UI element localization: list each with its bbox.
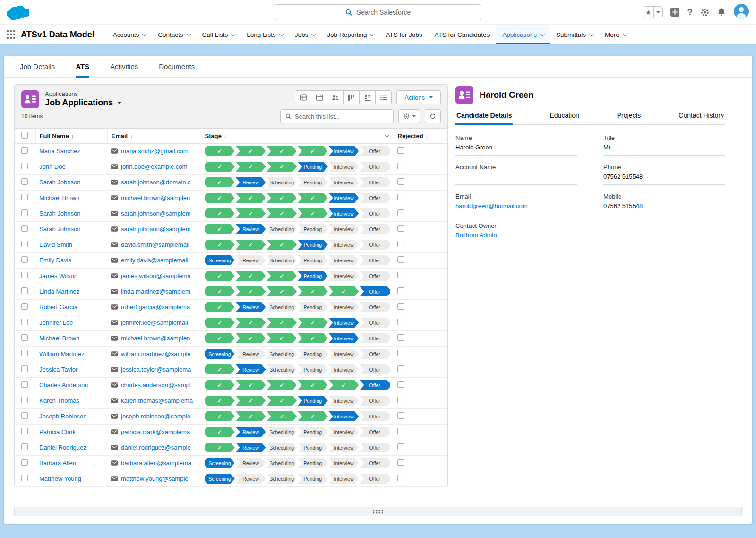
stage-segment-interview[interactable]: Interview bbox=[329, 177, 359, 187]
stage-segment-review[interactable]: ✓ bbox=[236, 208, 266, 218]
full-name-link[interactable]: Matthew Young bbox=[39, 475, 81, 482]
row-checkbox[interactable] bbox=[21, 303, 28, 310]
stage-segment-pending[interactable]: Pending bbox=[298, 474, 328, 484]
feed-view-icon[interactable] bbox=[359, 90, 376, 104]
stage-segment-interview[interactable]: Interview bbox=[329, 240, 359, 250]
stage-segment-scheduling[interactable]: Scheduling bbox=[266, 443, 297, 452]
stage-segment-interview[interactable]: Interview bbox=[329, 146, 359, 156]
stage-segment-scheduling[interactable]: Scheduling bbox=[266, 302, 297, 312]
stage-segment-offer[interactable]: Offer bbox=[360, 146, 390, 156]
stage-segment-scheduling[interactable]: ✓ bbox=[266, 380, 297, 390]
stage-segment-review[interactable]: ✓ bbox=[236, 146, 266, 156]
tab-documents[interactable]: Documents bbox=[159, 56, 195, 77]
rejected-checkbox[interactable] bbox=[397, 428, 404, 434]
stage-segment-pending[interactable]: ✓ bbox=[298, 411, 328, 421]
stage-segment-pending[interactable]: Pending bbox=[298, 364, 328, 374]
stage-segment-interview[interactable]: Interview bbox=[329, 349, 359, 359]
full-name-link[interactable]: Barbara Allen bbox=[39, 460, 76, 467]
full-name-link[interactable]: William Martinez bbox=[39, 350, 84, 357]
stage-segment-offer[interactable]: Offer bbox=[360, 474, 390, 484]
email-link[interactable]: michael.brown@samplen bbox=[121, 194, 190, 201]
email-link[interactable]: karen.thomas@samplema bbox=[121, 397, 193, 404]
stage-segment-screening[interactable]: ✓ bbox=[205, 271, 235, 281]
full-name-link[interactable]: Sarah Johnson bbox=[39, 210, 80, 217]
rejected-checkbox[interactable] bbox=[397, 412, 404, 419]
stage-segment-review[interactable]: ✓ bbox=[236, 286, 266, 296]
stage-segment-offer[interactable]: Offer bbox=[360, 458, 390, 468]
stage-segment-review[interactable]: Review bbox=[236, 349, 266, 359]
stage-segment-screening[interactable]: ✓ bbox=[205, 162, 235, 172]
help-icon[interactable]: ? bbox=[687, 7, 693, 17]
row-checkbox[interactable] bbox=[21, 163, 28, 169]
stage-segment-scheduling[interactable]: Scheduling bbox=[266, 349, 297, 359]
list-view-icon[interactable] bbox=[375, 90, 392, 104]
stage-segment-review[interactable]: ✓ bbox=[236, 271, 266, 281]
tab-ats[interactable]: ATS bbox=[76, 56, 89, 77]
rejected-checkbox[interactable] bbox=[397, 303, 404, 310]
stage-segment-review[interactable]: ✓ bbox=[236, 162, 266, 172]
rejected-checkbox[interactable] bbox=[397, 443, 404, 450]
stage-segment-screening[interactable]: ✓ bbox=[205, 427, 235, 437]
stage-segment-scheduling[interactable]: ✓ bbox=[266, 286, 297, 296]
stage-segment-screening[interactable]: ✓ bbox=[205, 411, 235, 421]
kanban-view-icon[interactable] bbox=[343, 90, 360, 104]
stage-segment-scheduling[interactable]: ✓ bbox=[266, 333, 297, 343]
stage-segment-review[interactable]: ✓ bbox=[236, 411, 266, 421]
stage-segment-scheduling[interactable]: ✓ bbox=[266, 240, 297, 250]
stage-segment-review[interactable]: ✓ bbox=[236, 333, 266, 343]
email-link[interactable]: charles.anderson@sampl bbox=[121, 382, 191, 389]
stage-segment-screening[interactable]: ✓ bbox=[205, 146, 235, 156]
email-link[interactable]: patricia.clark@samplema bbox=[121, 428, 190, 435]
stage-segment-pending[interactable]: ✓ bbox=[298, 333, 328, 343]
rejected-checkbox[interactable] bbox=[397, 459, 404, 466]
rejected-checkbox[interactable] bbox=[397, 241, 404, 247]
full-name-link[interactable]: Sarah Johnson bbox=[39, 226, 80, 233]
stage-segment-pending[interactable]: Pending bbox=[298, 271, 328, 281]
stage-segment-offer[interactable]: Offer bbox=[360, 162, 390, 172]
notifications-bell-icon[interactable] bbox=[717, 8, 726, 17]
nav-item-jobs[interactable]: Jobs bbox=[289, 25, 321, 44]
full-name-link[interactable]: Jennifer Lee bbox=[39, 319, 73, 326]
tab-candidate-details[interactable]: Candidate Details bbox=[455, 112, 513, 124]
rejected-checkbox[interactable] bbox=[397, 381, 404, 388]
stage-segment-review[interactable]: Review bbox=[236, 443, 266, 452]
rejected-checkbox[interactable] bbox=[397, 365, 404, 372]
stage-segment-offer[interactable]: Offer bbox=[360, 286, 390, 296]
stage-segment-offer[interactable]: Offer bbox=[360, 427, 390, 437]
email-link[interactable]: david.smith@samplemail bbox=[121, 241, 189, 248]
tab-activities[interactable]: Activities bbox=[110, 56, 138, 77]
quick-create-icon[interactable] bbox=[670, 8, 679, 17]
stage-segment-offer[interactable]: Offer bbox=[360, 443, 390, 452]
stage-segment-screening[interactable]: Screening bbox=[205, 255, 235, 265]
list-settings-gear-icon[interactable] bbox=[398, 109, 420, 123]
email-link[interactable]: matthew.young@sample bbox=[121, 475, 189, 482]
stage-segment-offer[interactable]: Offer bbox=[360, 240, 390, 250]
table-view-icon[interactable] bbox=[295, 90, 311, 104]
stage-segment-pending[interactable]: Pending bbox=[298, 224, 328, 234]
stage-segment-offer[interactable]: Offer bbox=[360, 349, 390, 359]
stage-segment-pending[interactable]: ✓ bbox=[298, 380, 328, 390]
stage-segment-screening[interactable]: ✓ bbox=[205, 208, 235, 218]
stage-segment-review[interactable]: Review bbox=[236, 364, 266, 374]
stage-segment-screening[interactable]: ✓ bbox=[205, 286, 235, 296]
stage-segment-interview[interactable]: Interview bbox=[329, 443, 359, 452]
stage-segment-screening[interactable]: Screening bbox=[205, 349, 235, 359]
people-view-icon[interactable] bbox=[327, 90, 344, 104]
full-name-link[interactable]: James Wilson bbox=[39, 272, 77, 279]
stage-segment-interview[interactable]: Interview bbox=[329, 193, 359, 203]
row-checkbox[interactable] bbox=[21, 365, 28, 372]
row-checkbox[interactable] bbox=[21, 272, 28, 278]
global-search-input[interactable]: Search Salesforce bbox=[275, 4, 481, 20]
stage-segment-interview[interactable]: Interview bbox=[329, 224, 359, 234]
stage-segment-interview[interactable]: ✓ bbox=[329, 286, 359, 296]
stage-segment-pending[interactable]: Pending bbox=[298, 443, 328, 452]
favorite-star-button[interactable]: ★ bbox=[643, 7, 654, 18]
full-name-link[interactable]: Daniel Rodriguez bbox=[39, 444, 86, 451]
full-name-link[interactable]: Jessica Taylor bbox=[39, 366, 77, 373]
stage-segment-screening[interactable]: ✓ bbox=[205, 193, 235, 203]
setup-gear-icon[interactable] bbox=[700, 8, 710, 17]
stage-segment-interview[interactable]: ✓ bbox=[329, 380, 359, 390]
row-checkbox[interactable] bbox=[21, 381, 28, 388]
column-header-stage[interactable]: Stage↓ bbox=[201, 129, 394, 143]
email-link[interactable]: john.doe@example.com bbox=[121, 163, 187, 170]
